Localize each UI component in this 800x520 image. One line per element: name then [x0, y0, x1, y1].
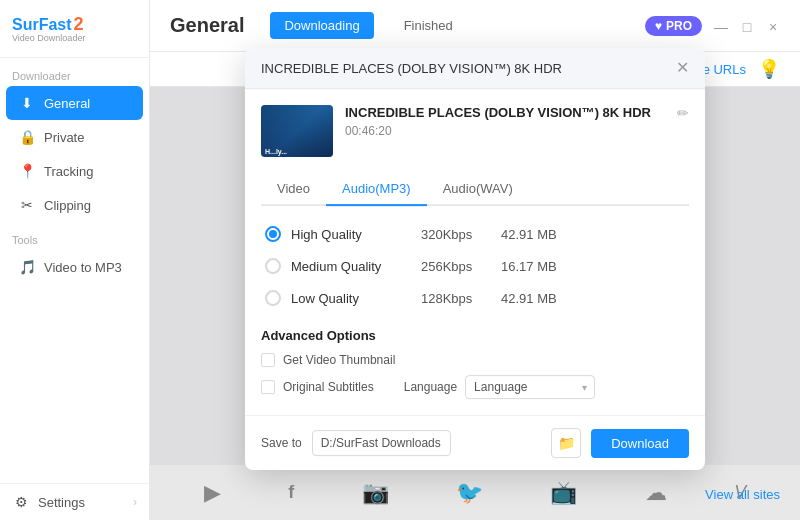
settings-icon: ⚙	[12, 494, 30, 510]
pro-label: PRO	[666, 19, 692, 33]
video-name: INCREDIBLE PLACES (DOLBY VISION™) 8K HDR	[345, 105, 665, 120]
sidebar-label-private: Private	[44, 130, 84, 145]
save-path-select[interactable]: D:/SurFast Downloads	[312, 430, 451, 456]
tab-audio-wav[interactable]: Audio(WAV)	[427, 173, 529, 206]
modal-dialog: INCREDIBLE PLACES (DOLBY VISION™) 8K HDR…	[245, 48, 705, 470]
folder-icon: 📁	[558, 435, 575, 451]
play-icon: ▶	[204, 480, 221, 506]
advanced-title: Advanced Options	[261, 328, 689, 343]
quality-label-high: High Quality	[291, 227, 421, 242]
sidebar-label-general: General	[44, 96, 90, 111]
page-title: General	[170, 14, 244, 37]
save-to-label: Save to	[261, 436, 302, 450]
sidebar-label-clipping: Clipping	[44, 198, 91, 213]
logo-subtitle: Video Downloader	[12, 33, 137, 43]
quality-label-low: Low Quality	[291, 291, 421, 306]
logo-number: 2	[74, 14, 84, 35]
language-select[interactable]: Language	[465, 375, 595, 399]
modal-title: INCREDIBLE PLACES (DOLBY VISION™) 8K HDR	[261, 61, 562, 76]
browse-folder-button[interactable]: 📁	[551, 428, 581, 458]
modal-close-button[interactable]: ✕	[676, 60, 689, 76]
tab-video[interactable]: Video	[261, 173, 326, 206]
download-icon: ⬇	[18, 95, 36, 111]
view-all-sites-link[interactable]: View all sites	[705, 487, 780, 502]
sidebar-section-tools: Tools	[0, 222, 149, 250]
tab-finished[interactable]: Finished	[390, 12, 467, 39]
language-label: Language	[404, 380, 457, 394]
heart-icon: ♥	[655, 19, 662, 33]
sidebar-section-downloader: Downloader	[0, 58, 149, 86]
quality-bitrate-medium: 256Kbps	[421, 259, 501, 274]
sidebar-item-general[interactable]: ⬇ General	[6, 86, 143, 120]
modal-footer: Save to D:/SurFast Downloads 📁 Download	[245, 415, 705, 470]
quality-size-high: 42.91 MB	[501, 227, 557, 242]
quality-option-low[interactable]: Low Quality 128Kbps 42.91 MB	[261, 282, 689, 314]
facebook-icon: f	[288, 482, 294, 503]
sidebar-label-tracking: Tracking	[44, 164, 93, 179]
quality-label-medium: Medium Quality	[291, 259, 421, 274]
sidebar-label-video-to-mp3: Video to MP3	[44, 260, 122, 275]
maximize-button[interactable]: □	[740, 19, 754, 33]
get-thumbnail-label: Get Video Thumbnail	[283, 353, 395, 367]
quality-option-medium[interactable]: Medium Quality 256Kbps 16.17 MB	[261, 250, 689, 282]
advanced-options: Advanced Options Get Video Thumbnail Ori…	[261, 328, 689, 399]
thumb-label: H...ly...	[265, 148, 287, 155]
original-subtitles-checkbox[interactable]	[261, 380, 275, 394]
clipping-icon: ✂	[18, 197, 36, 213]
settings-label: Settings	[38, 495, 85, 510]
quality-bitrate-high: 320Kbps	[421, 227, 501, 242]
quality-tabs: Video Audio(MP3) Audio(WAV)	[261, 173, 689, 206]
sidebar-item-tracking[interactable]: 📍 Tracking	[6, 154, 143, 188]
save-path-wrapper: D:/SurFast Downloads	[312, 430, 541, 456]
video-info: H...ly... INCREDIBLE PLACES (DOLBY VISIO…	[261, 105, 689, 157]
twitch-icon: 📺	[550, 480, 577, 506]
music-icon: 🎵	[18, 259, 36, 275]
video-duration: 00:46:20	[345, 124, 665, 138]
sidebar-item-video-to-mp3[interactable]: 🎵 Video to MP3	[6, 250, 143, 284]
bottom-bar: ▶ f 📷 🐦 📺 ☁ V View all sites	[150, 465, 800, 520]
settings-item[interactable]: ⚙ Settings ›	[0, 483, 149, 520]
sidebar-item-clipping[interactable]: ✂ Clipping	[6, 188, 143, 222]
modal-body: H...ly... INCREDIBLE PLACES (DOLBY VISIO…	[245, 89, 705, 415]
tab-audio-mp3[interactable]: Audio(MP3)	[326, 173, 427, 206]
content-area: INCREDIBLE PLACES (DOLBY VISION™) 8K HDR…	[150, 87, 800, 465]
main-area: General Downloading Finished ♥ PRO — □ ×…	[150, 0, 800, 520]
quality-bitrate-low: 128Kbps	[421, 291, 501, 306]
logo: SurFast 2 Video Downloader	[0, 0, 149, 58]
original-subtitles-label: Original Subtitles	[283, 380, 374, 394]
header: General Downloading Finished ♥ PRO — □ ×	[150, 0, 800, 52]
bulb-icon: 💡	[758, 58, 780, 80]
sidebar: SurFast 2 Video Downloader Downloader ⬇ …	[0, 0, 150, 520]
edit-icon[interactable]: ✏	[677, 105, 689, 121]
quality-option-high[interactable]: High Quality 320Kbps 42.91 MB	[261, 218, 689, 250]
header-right: ♥ PRO — □ ×	[645, 16, 780, 36]
logo-surfast: SurFast	[12, 16, 72, 34]
minimize-button[interactable]: —	[714, 19, 728, 33]
radio-high[interactable]	[265, 226, 281, 242]
sidebar-item-private[interactable]: 🔒 Private	[6, 120, 143, 154]
language-select-wrapper: Language ▾	[465, 375, 595, 399]
subtitles-row: Original Subtitles Language Language ▾	[261, 375, 689, 399]
quality-size-medium: 16.17 MB	[501, 259, 557, 274]
tab-downloading[interactable]: Downloading	[270, 12, 373, 39]
quality-options-list: High Quality 320Kbps 42.91 MB Medium Qua…	[261, 218, 689, 314]
lock-icon: 🔒	[18, 129, 36, 145]
video-thumbnail: H...ly...	[261, 105, 333, 157]
video-details: INCREDIBLE PLACES (DOLBY VISION™) 8K HDR…	[345, 105, 665, 138]
radio-medium[interactable]	[265, 258, 281, 274]
get-thumbnail-row: Get Video Thumbnail	[261, 353, 689, 367]
twitter-icon: 🐦	[456, 480, 483, 506]
close-button[interactable]: ×	[766, 19, 780, 33]
soundcloud-icon: ☁	[645, 480, 667, 506]
tracking-icon: 📍	[18, 163, 36, 179]
settings-arrow-icon: ›	[133, 495, 137, 509]
instagram-icon: 📷	[362, 480, 389, 506]
get-thumbnail-checkbox[interactable]	[261, 353, 275, 367]
pro-badge: ♥ PRO	[645, 16, 702, 36]
quality-size-low: 42.91 MB	[501, 291, 557, 306]
radio-low[interactable]	[265, 290, 281, 306]
download-button[interactable]: Download	[591, 429, 689, 458]
modal-header: INCREDIBLE PLACES (DOLBY VISION™) 8K HDR…	[245, 48, 705, 89]
